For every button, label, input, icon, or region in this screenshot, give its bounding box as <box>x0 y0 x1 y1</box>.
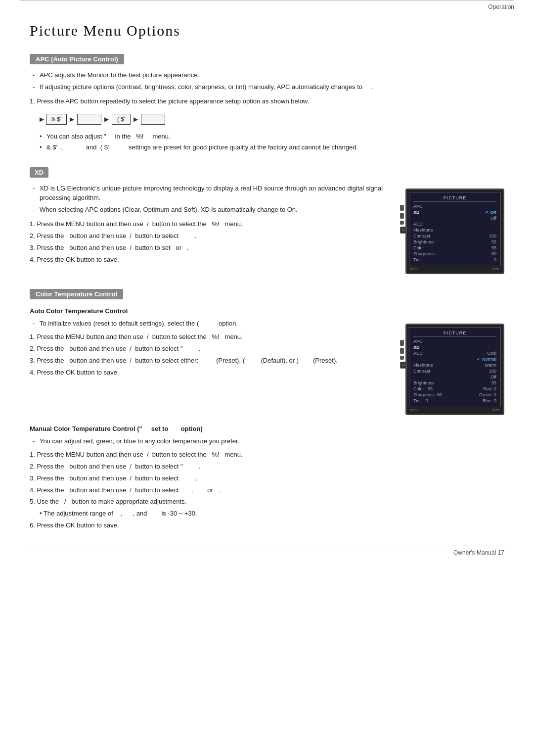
xd-section-header: XD <box>30 167 48 178</box>
manual-step-2: 2. Press the button and then use / butto… <box>30 462 504 472</box>
screen2-item-xd: XD <box>413 344 496 350</box>
side-button-6 <box>400 356 404 360</box>
screen-item-tint: Tint0 <box>413 257 496 263</box>
monitor-side-buttons-2: ⊡ <box>400 340 407 369</box>
screen-title-1: PICTURE <box>413 195 496 202</box>
footer-line <box>30 546 504 546</box>
apc-box-2 <box>77 114 101 125</box>
auto-color-steps: 1. Press the MENU button and then use / … <box>30 332 396 378</box>
manual-step-1: 1. Press the MENU button and then use / … <box>30 450 504 460</box>
monitor-label-menu-2: Menu <box>410 408 419 412</box>
xd-section: XD XD is LG Electronic's unique picture … <box>30 167 504 274</box>
monitor-label-prev-1: Prev. <box>492 267 500 271</box>
xd-text-col: XD is LG Electronic's unique picture imp… <box>30 184 396 267</box>
screen-item-xd: XD✓ On <box>413 209 496 215</box>
color-temp-header: Color Temperature Control <box>30 289 123 299</box>
monitor-label-prev-2: Prev. <box>492 408 500 412</box>
footer-text: Owner's Manual 17 <box>453 549 504 556</box>
apc-bullet-2: If adjusting picture options (contrast, … <box>30 82 504 92</box>
apc-box-4 <box>141 114 165 125</box>
auto-step-2: 2. Press the button and then use / butto… <box>30 344 396 354</box>
side-button-1 <box>400 205 404 211</box>
color-monitor-mockup: ⊡ PICTURE APC XD ACCCool ✓ Normal Flesht… <box>405 324 504 415</box>
manual-step-6: 6. Press the OK button to save. <box>30 520 504 531</box>
screen2-item-color: Color 55Red 0 <box>413 386 496 392</box>
monitor-screen-1: PICTURE APC XD✓ On Off ACC Fleshtone Con… <box>409 192 501 266</box>
apc-bullet-1: APC adjusts the Monitor to the best pict… <box>30 70 504 80</box>
monitor-outer-2: ⊡ PICTURE APC XD ACCCool ✓ Normal Flesht… <box>405 324 504 415</box>
xd-bullet-1: XD is LG Electronic's unique picture imp… <box>30 184 396 203</box>
apc-step1: 1. Press the APC button repeatedly to se… <box>30 96 504 107</box>
auto-color-text-col: To initialize values (reset to default s… <box>30 319 396 379</box>
auto-step-1: 1. Press the MENU button and then use / … <box>30 332 396 342</box>
screen2-item-sharpness: Sharpness 60Green 0 <box>413 392 496 398</box>
manual-step-5-note: • The adjustment range of , , and is -30… <box>40 509 504 519</box>
screen-item-contrast: Contrast100 <box>413 233 496 239</box>
apc-arrow-start <box>40 116 46 123</box>
color-temp-section: Color Temperature Control Auto Color Tem… <box>30 289 504 531</box>
screen-item-sharpness: Sharpness60 <box>413 251 496 257</box>
screen-item-color: Color55 <box>413 245 496 251</box>
monitor-bottom-bar-1: Menu Prev. <box>409 267 501 271</box>
manual-step-5: 5. Use the / button to make appropriate … <box>30 497 504 507</box>
auto-color-title: Auto Color Temperature Control <box>30 307 504 315</box>
screen-item-xd-off: Off <box>413 215 496 221</box>
screen-title-2: PICTURE <box>413 331 496 337</box>
apc-notes: You can also adjust " in the %! menu. & … <box>40 132 504 152</box>
side-button-3 <box>400 221 404 225</box>
apc-section: APC (Auto Picture Control) APC adjusts t… <box>30 54 504 152</box>
screen-item-apc: APC <box>413 203 496 209</box>
xd-monitor-mockup: ⊡ PICTURE APC XD✓ On Off ACC Fleshtone C… <box>405 189 504 274</box>
apc-arrow-3 <box>134 116 138 123</box>
screen2-item-brightness: Brightness55 <box>413 380 496 386</box>
screen-item-fleshtone: Fleshtone <box>413 227 496 233</box>
side-icon-2: ⊡ <box>400 362 407 369</box>
apc-box-1: & $' <box>46 114 67 125</box>
apc-arrow-1 <box>70 116 74 123</box>
monitor-screen-2: PICTURE APC XD ACCCool ✓ Normal Fleshton… <box>409 327 501 407</box>
auto-step-4: 4. Press the OK button to save. <box>30 368 396 378</box>
manual-color-title: Manual Color Temperature Control (" set … <box>30 425 504 432</box>
auto-step-3: 3. Press the button and then use / butto… <box>30 356 396 366</box>
screen2-item-off: Off <box>413 374 496 380</box>
screen-item-brightness: Brightness55 <box>413 239 496 245</box>
xd-steps: 1. Press the MENU button and then use / … <box>30 219 396 265</box>
xd-step-4: 4. Press the OK button to save. <box>30 255 396 265</box>
monitor-bottom-bar-2: Menu Prev. <box>409 408 501 412</box>
screen2-item-contrast: Contrast100 <box>413 368 496 374</box>
apc-box-3: ( $' <box>112 114 131 125</box>
manual-step-3: 3. Press the button and then use / butto… <box>30 473 504 484</box>
manual-steps: 1. Press the MENU button and then use / … <box>30 450 504 531</box>
screen2-item-acc: ACCCool <box>413 350 496 356</box>
auto-color-bullet-1: To initialize values (reset to default s… <box>30 319 396 329</box>
operation-label: Operation <box>0 3 514 12</box>
side-button-5 <box>400 348 404 354</box>
side-button-2 <box>400 213 404 219</box>
side-button-4 <box>400 340 404 346</box>
apc-note-1: You can also adjust " in the %! menu. <box>40 132 504 142</box>
side-icon-1: ⊡ <box>400 227 407 234</box>
page-footer: Owner's Manual 17 <box>30 549 504 556</box>
manual-color-section: Manual Color Temperature Control (" set … <box>30 425 504 531</box>
apc-section-header: APC (Auto Picture Control) <box>30 54 124 64</box>
monitor-label-menu-1: Menu <box>410 267 419 271</box>
manual-step-4: 4. Press the button and then use / butto… <box>30 485 504 496</box>
apc-note-2: & $' , and ( $' settings are preset for … <box>40 142 504 152</box>
monitor-outer-1: ⊡ PICTURE APC XD✓ On Off ACC Fleshtone C… <box>405 189 504 274</box>
screen2-item-fleshtone: FleshtoneWarm <box>413 362 496 368</box>
screen2-item-normal: ✓ Normal <box>413 356 496 362</box>
xd-bullet-2: When selecting APC options (Clear, Optim… <box>30 205 396 215</box>
xd-two-col: XD is LG Electronic's unique picture imp… <box>30 184 504 274</box>
apc-arrow-2 <box>104 116 109 123</box>
screen2-item-tint: Tint 0Blue 0 <box>413 398 496 404</box>
page-title: Picture Menu Options <box>30 22 504 39</box>
screen2-item-apc: APC <box>413 338 496 344</box>
auto-color-two-col: To initialize values (reset to default s… <box>30 319 504 415</box>
apc-flow: & $' ( $' <box>40 114 504 125</box>
monitor-side-buttons-1: ⊡ <box>400 205 407 234</box>
manual-bullet-1: You can adjust red, green, or blue to an… <box>30 436 504 446</box>
screen-item-acc: ACC <box>413 221 496 227</box>
xd-step-3: 3. Press the button and then use / butto… <box>30 243 396 253</box>
xd-step-1: 1. Press the MENU button and then use / … <box>30 219 396 230</box>
xd-step-2: 2. Press the button and then use / butto… <box>30 231 396 241</box>
